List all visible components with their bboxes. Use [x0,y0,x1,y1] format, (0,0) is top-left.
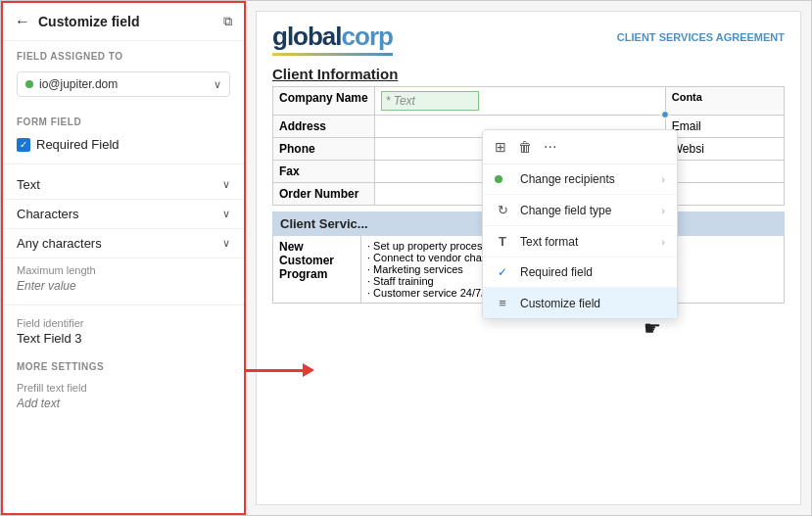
field-assigned-dropdown[interactable]: io@jupiter.dom ∨ [17,71,230,97]
context-menu-top: ⊞ 🗑 ··· [483,130,677,164]
characters-option-chevron: ∨ [222,208,230,220]
text-format-label: Text format [520,235,651,249]
order-number-label: Order Number [273,183,375,206]
doc-header: globalcorp CLIENT SERVICES AGREEMENT [257,12,800,60]
logo-container: globalcorp [272,22,393,56]
max-length-label: Maximum length [17,264,230,276]
refresh-icon: ↻ [495,203,510,217]
logo-underline [272,53,393,56]
prefill-label: Prefill text field [17,382,230,394]
phone-label: Phone [273,138,375,161]
text-option-chevron: ∨ [222,178,230,191]
characters-option-label: Characters [17,207,222,221]
context-menu: ⊞ 🗑 ··· Change recipients › ↻ Change fie… [482,129,678,319]
required-field-menu-label: Required field [520,265,665,279]
customize-field-label: Customize field [520,297,665,310]
logo-corp: corp [342,22,393,51]
back-button[interactable]: ← [15,13,30,30]
order-col3 [665,183,784,206]
arrow-line [244,369,303,372]
max-length-input[interactable] [17,279,230,293]
more-icon[interactable]: ··· [544,138,556,156]
required-field-item[interactable]: ✓ Required field [483,258,677,288]
company-name-value: * Text [374,87,665,116]
red-arrow [244,363,314,377]
new-customer-label: New Customer Program [273,236,361,303]
customize-field-item[interactable]: ≡ Customize field ☛ [483,288,677,318]
field-assigned-row: io@jupiter.dom ∨ [3,66,244,107]
customize-icon: ≡ [495,296,510,310]
text-field[interactable]: * Text [381,91,479,111]
prefill-section: Prefill text field [3,376,244,416]
panel-title: Customize field [38,14,139,29]
text-format-arrow: › [661,236,665,248]
green-dot-icon [495,175,510,183]
max-length-section: Maximum length [3,258,244,299]
divider-1 [3,164,244,164]
document: globalcorp CLIENT SERVICES AGREEMENT Cli… [256,11,801,505]
characters-option-row[interactable]: Characters ∨ [3,200,244,229]
assigned-chevron: ∨ [214,78,221,91]
field-assigned-label: FIELD ASSIGNED TO [3,41,244,66]
main-container: ← Customize field ⧉ FIELD ASSIGNED TO io… [0,0,812,516]
field-identifier-label: Field identifier [17,317,230,329]
change-recipients-arrow: › [661,173,665,185]
required-field-checkbox[interactable]: ✓ [17,138,30,152]
panel-header: ← Customize field ⧉ [3,3,244,41]
check-icon: ✓ [495,265,510,279]
fax-col3 [665,161,784,183]
any-characters-option-label: Any characters [17,236,222,251]
website-label: Websi [665,138,784,161]
client-info-title: Client Information [257,60,800,86]
copy-icon[interactable]: ⧉ [223,14,232,29]
field-identifier-value: Text Field 3 [17,331,230,346]
text-format-icon: T [495,234,510,249]
change-recipients-item[interactable]: Change recipients › [483,164,677,195]
trash-icon[interactable]: 🗑 [518,139,532,155]
change-field-type-arrow: › [661,205,665,216]
text-option-label: Text [17,177,222,192]
more-settings-label: MORE SETTINGS [3,352,244,376]
any-characters-option-chevron: ∨ [222,237,230,250]
checkmark-icon: ✓ [20,139,27,150]
agreement-title: CLIENT SERVICES AGREEMENT [617,22,785,43]
company-name-label: Company Name [273,87,375,116]
grid-icon[interactable]: ⊞ [495,139,506,155]
client-services-title: Client Servic [280,216,358,231]
field-identifier-section: Field identifier Text Field 3 [3,311,244,352]
change-field-type-item[interactable]: ↻ Change field type › [483,195,677,226]
red-arrow-container [244,363,314,377]
divider-2 [3,305,244,305]
fax-label: Fax [273,161,375,183]
logo-global: global [272,22,342,51]
text-option-row[interactable]: Text ∨ [3,170,244,200]
form-field-section: ✓ Required Field [3,131,244,158]
table-row: Company Name * Text Conta [273,87,785,116]
change-recipients-label: Change recipients [520,172,651,186]
any-characters-option-row[interactable]: Any characters ∨ [3,229,244,258]
form-field-label: FORM FIELD [3,107,244,131]
right-panel: globalcorp CLIENT SERVICES AGREEMENT Cli… [246,1,811,515]
logo-text: globalcorp [272,22,393,52]
address-label: Address [273,116,375,138]
required-field-row[interactable]: ✓ Required Field [17,131,230,158]
assigned-value: io@jupiter.dom [39,77,214,91]
assigned-dot [25,80,33,88]
cursor-hand-icon: ☛ [644,316,661,340]
text-format-item[interactable]: T Text format › [483,226,677,258]
change-field-type-label: Change field type [520,204,651,217]
client-services-ellipsis: ... [358,216,368,231]
contact-label: Conta [665,87,784,116]
email-label: Email [665,116,784,138]
arrow-head [303,363,314,377]
prefill-input[interactable] [17,397,230,410]
left-panel: ← Customize field ⧉ FIELD ASSIGNED TO io… [1,1,246,515]
required-field-label: Required Field [36,137,119,152]
